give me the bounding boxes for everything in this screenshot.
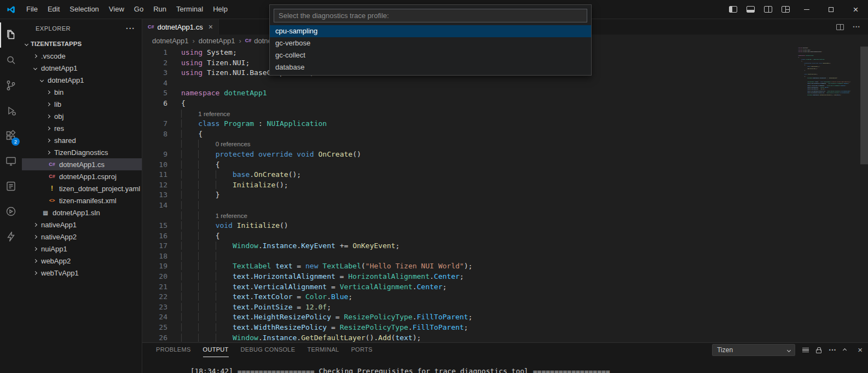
quickpick-item-database[interactable]: database	[270, 61, 591, 73]
customize-layout-icon[interactable]	[777, 2, 794, 16]
line-number: 2	[142, 58, 167, 68]
toggle-sidebar-icon[interactable]	[724, 2, 742, 16]
code-line: 4	[142, 78, 796, 89]
tab-dotnetapp1-cs[interactable]: C# dotnetApp1.cs	[142, 19, 219, 35]
menu-file[interactable]: File	[21, 3, 43, 15]
code-line: 12 Initialize();	[142, 180, 796, 191]
quickpick-item-gc-collect[interactable]: gc-collect	[270, 49, 591, 61]
tree-folder-dotnetapp1[interactable]: dotnetApp1	[22, 74, 142, 86]
line-number: 16	[142, 231, 167, 242]
minimap[interactable]: using System;using Tizen.NUI;using Tizen…	[796, 47, 860, 342]
tree-folder-shared[interactable]: shared	[22, 134, 142, 146]
vscode-logo-icon	[7, 5, 16, 14]
quick-pick-dialog: cpu-samplinggc-verbosegc-collectdatabase	[269, 4, 592, 76]
tree-file-dotnetapp1.csproj[interactable]: C#dotnetApp1.csproj	[22, 170, 142, 182]
close-window-button[interactable]	[843, 0, 868, 19]
tizen-emulator-manager-icon[interactable]	[0, 199, 22, 224]
tree-folder-nuiapp1[interactable]: nuiApp1	[22, 243, 142, 255]
tizen-studio-icon[interactable]	[0, 224, 22, 249]
code-editor[interactable]: 1using System;2using Tizen.NUI;3using Ti…	[142, 47, 868, 342]
workspace-section-header[interactable]: TIZENTESTAPPS	[22, 38, 142, 50]
menu-terminal[interactable]: Terminal	[171, 3, 208, 15]
tree-folder-nativeapp1[interactable]: nativeApp1	[22, 219, 142, 231]
extensions-icon[interactable]: 2	[0, 123, 22, 148]
tizen-certificate-manager-icon[interactable]	[0, 174, 22, 199]
tree-file-tizen-manifest.xml[interactable]: <>tizen-manifest.xml	[22, 194, 142, 206]
menu-selection[interactable]: Selection	[65, 3, 103, 15]
tree-folder-obj[interactable]: obj	[22, 110, 142, 122]
quick-pick-input[interactable]	[274, 9, 587, 22]
line-number: 17	[142, 241, 167, 251]
tree-item-label: bin	[54, 88, 63, 96]
code-line: 10 {	[142, 160, 796, 170]
explorer-icon[interactable]	[0, 22, 22, 48]
source-control-icon[interactable]	[0, 73, 22, 98]
extensions-badge: 2	[11, 137, 20, 146]
chevron-right-icon	[33, 271, 37, 274]
tree-folder-.vscode[interactable]: .vscode	[22, 50, 142, 62]
tree-folder-nativeapp2[interactable]: nativeApp2	[22, 231, 142, 243]
maximize-panel-icon[interactable]	[843, 348, 847, 352]
quickpick-item-gc-verbose[interactable]: gc-verbose	[270, 37, 591, 49]
tree-folder-tizendiagnostics[interactable]: TizenDiagnostics	[22, 146, 142, 158]
panel-tab-output[interactable]: OUTPUT	[203, 343, 229, 357]
line-number: 20	[142, 272, 167, 282]
codelens-label[interactable]: 1 reference	[198, 111, 230, 117]
tree-folder-dotnetapp1[interactable]: dotnetApp1	[22, 62, 142, 74]
quickpick-item-cpu-sampling[interactable]: cpu-sampling	[270, 25, 591, 37]
menu-help[interactable]: Help	[208, 3, 233, 15]
scrollbar-thumb[interactable]	[860, 47, 868, 164]
explorer-more-actions-icon[interactable]	[126, 24, 135, 33]
toggle-secondary-sidebar-icon[interactable]	[759, 2, 777, 16]
output-log-line: [18:34:42] ================== Checking P…	[190, 367, 610, 373]
panel-tab-problems[interactable]: PROBLEMS	[156, 343, 191, 357]
menu-edit[interactable]: Edit	[43, 3, 65, 15]
output-settings-icon[interactable]	[802, 348, 809, 352]
panel-more-actions-icon[interactable]	[829, 345, 836, 355]
tree-item-label: shared	[54, 136, 76, 145]
line-number: 10	[142, 160, 167, 170]
menu-go[interactable]: Go	[129, 3, 148, 15]
run-and-debug-icon[interactable]	[0, 98, 22, 123]
search-icon[interactable]	[0, 48, 22, 73]
codelens-label[interactable]: 0 references	[216, 141, 251, 147]
panel-tab-terminal[interactable]: TERMINAL	[307, 343, 339, 357]
tree-folder-webapp2[interactable]: webApp2	[22, 255, 142, 267]
panel-tab-debug-console[interactable]: DEBUG CONSOLE	[241, 343, 296, 357]
lock-scroll-icon[interactable]	[816, 349, 821, 353]
tree-item-label: dotnetApp1	[48, 76, 84, 84]
chevron-down-icon	[40, 78, 44, 82]
code-line: 16 {	[142, 231, 796, 242]
menu-run[interactable]: Run	[148, 3, 171, 15]
line-number: 21	[142, 282, 167, 292]
codelens-label[interactable]: 1 reference	[216, 213, 247, 219]
breadcrumb-item-0[interactable]: dotnetApp1	[152, 37, 189, 45]
tree-folder-lib[interactable]: lib	[22, 98, 142, 110]
output-channel-select[interactable]: Tizen	[712, 344, 795, 356]
maximize-button[interactable]	[819, 0, 843, 19]
tree-item-label: dotnetApp1.sln	[53, 209, 100, 217]
close-panel-icon[interactable]	[858, 345, 863, 355]
editor-more-actions-icon[interactable]	[853, 22, 860, 32]
split-editor-icon[interactable]	[836, 24, 844, 30]
breadcrumb-item-1[interactable]: dotnetApp1	[199, 37, 235, 45]
editor-scrollbar[interactable]	[860, 47, 868, 342]
toggle-panel-icon[interactable]	[742, 2, 759, 16]
tree-file-tizen_dotnet_project.yaml[interactable]: !tizen_dotnet_project.yaml	[22, 182, 142, 194]
menu-view[interactable]: View	[104, 3, 129, 15]
tree-item-label: dotnetApp1.cs	[59, 160, 105, 169]
sidebar-title: EXPLORER	[36, 25, 71, 32]
panel-tabs: PROBLEMSOUTPUTDEBUG CONSOLETERMINALPORTS	[156, 343, 385, 357]
minimize-button[interactable]	[794, 0, 819, 19]
tree-file-dotnetapp1.cs[interactable]: C#dotnetApp1.cs	[22, 158, 142, 170]
panel-tab-ports[interactable]: PORTS	[351, 343, 372, 357]
tree-folder-webtvapp1[interactable]: webTvApp1	[22, 267, 142, 279]
line-number: 1	[142, 48, 167, 58]
line-number: 11	[142, 170, 167, 180]
tizen-device-manager-icon[interactable]	[0, 148, 22, 174]
tree-folder-res[interactable]: res	[22, 122, 142, 134]
tree-file-dotnetapp1.sln[interactable]: ▤dotnetApp1.sln	[22, 206, 142, 219]
chevron-right-icon	[47, 126, 50, 130]
close-tab-icon[interactable]	[209, 22, 213, 31]
tree-folder-bin[interactable]: bin	[22, 86, 142, 98]
